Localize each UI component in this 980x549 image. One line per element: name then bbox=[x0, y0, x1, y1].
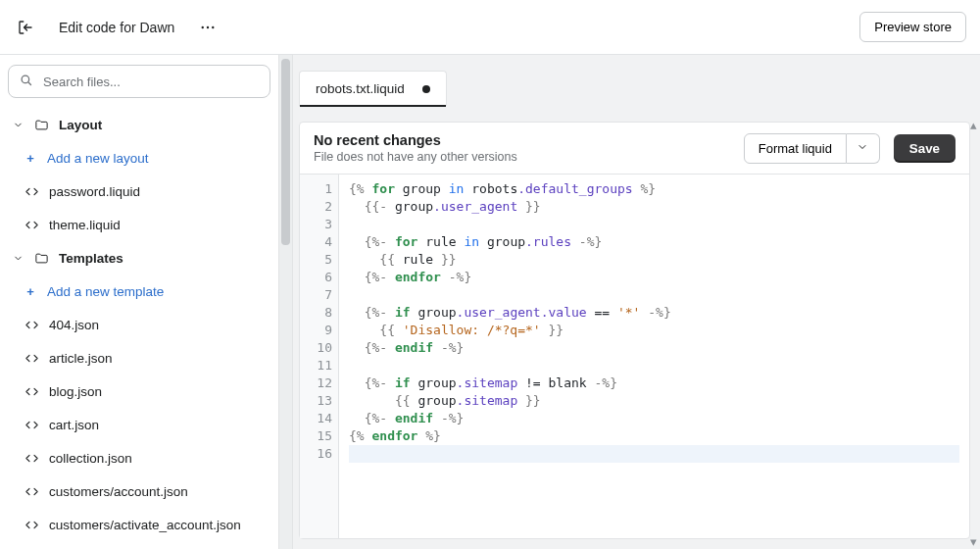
chevron-down-icon bbox=[12, 252, 24, 264]
line-number: 15 bbox=[300, 427, 332, 445]
add-layout-row[interactable]: +Add a new layout bbox=[0, 141, 278, 175]
section-header-templates[interactable]: Templates bbox=[0, 241, 278, 274]
file-item[interactable]: password.liquid bbox=[0, 175, 278, 208]
file-label: 404.json bbox=[49, 318, 99, 332]
plus-icon: + bbox=[24, 151, 37, 165]
code-line: {%- endfor -%} bbox=[349, 269, 959, 286]
file-label: blog.json bbox=[49, 384, 102, 399]
chevron-down-icon bbox=[12, 119, 24, 130]
file-item[interactable]: cart.json bbox=[0, 408, 278, 441]
format-button[interactable]: Format liquid bbox=[744, 133, 847, 164]
code-line: {% for group in robots.default_groups %} bbox=[349, 180, 959, 198]
editor-area: robots.txt.liquid No recent changes File… bbox=[279, 55, 980, 549]
code-file-icon bbox=[24, 417, 39, 432]
line-number: 14 bbox=[300, 410, 332, 427]
file-label: customers/account.json bbox=[49, 484, 188, 499]
folder-icon bbox=[33, 117, 49, 132]
code-file-icon bbox=[24, 217, 39, 232]
line-number: 5 bbox=[300, 251, 332, 269]
file-tree: Layout+Add a new layoutpassword.liquidth… bbox=[0, 108, 278, 549]
code-line: {{ group.sitemap }} bbox=[349, 392, 959, 410]
page-title: Edit code for Dawn bbox=[59, 20, 174, 35]
svg-point-2 bbox=[212, 25, 214, 27]
add-label: Add a new template bbox=[47, 284, 164, 299]
file-item[interactable]: 404.json bbox=[0, 308, 278, 341]
line-number: 4 bbox=[300, 233, 332, 251]
add-label: Add a new layout bbox=[47, 151, 149, 166]
file-label: theme.liquid bbox=[49, 218, 121, 232]
line-number: 12 bbox=[300, 374, 332, 392]
code-line: {%- if group.sitemap != blank -%} bbox=[349, 374, 959, 392]
file-item[interactable]: article.json bbox=[0, 341, 278, 374]
code-line bbox=[349, 216, 959, 233]
format-dropdown-button[interactable] bbox=[847, 133, 880, 164]
code-line: {{- group.user_agent }} bbox=[349, 198, 959, 216]
file-item[interactable]: collection.json bbox=[0, 441, 278, 474]
line-number: 1 bbox=[300, 180, 332, 198]
code-line: {%- if group.user_agent.value == '*' -%} bbox=[349, 304, 959, 322]
line-number: 8 bbox=[300, 304, 332, 322]
file-item[interactable]: customers/account.json bbox=[0, 474, 278, 508]
code-file-icon bbox=[24, 517, 39, 532]
line-number: 7 bbox=[300, 286, 332, 304]
search-input[interactable] bbox=[41, 74, 260, 90]
code-line: {{ 'Disallow: /*?q=*' }} bbox=[349, 322, 959, 339]
line-gutter: 12345678910111213141516 bbox=[300, 175, 339, 538]
scroll-down-icon: ▾ bbox=[970, 534, 977, 549]
file-label: article.json bbox=[49, 351, 113, 366]
code-file-icon bbox=[24, 383, 39, 399]
code-line: {%- endif -%} bbox=[349, 410, 959, 427]
search-input-wrap[interactable] bbox=[8, 65, 270, 98]
chevron-down-icon bbox=[857, 141, 868, 156]
code-line: {% endfor %} bbox=[349, 427, 959, 445]
editor-status-row: No recent changes File does not have any… bbox=[300, 123, 969, 175]
code-line: {%- endif -%} bbox=[349, 339, 959, 357]
editor-tabs: robots.txt.liquid bbox=[299, 71, 970, 106]
folder-icon bbox=[33, 250, 49, 266]
line-number: 13 bbox=[300, 392, 332, 410]
preview-button[interactable]: Preview store bbox=[859, 12, 966, 42]
svg-point-0 bbox=[202, 25, 204, 27]
code-editor[interactable]: 12345678910111213141516 {% for group in … bbox=[300, 175, 969, 538]
file-item[interactable]: theme.liquid bbox=[0, 208, 278, 241]
code-file-icon bbox=[24, 317, 39, 332]
section-label: Layout bbox=[59, 118, 102, 132]
code-line bbox=[349, 357, 959, 374]
code-file-icon bbox=[24, 483, 39, 499]
code-line: {{ rule }} bbox=[349, 251, 959, 269]
file-label: customers/activate_account.json bbox=[49, 518, 241, 532]
code-file-icon bbox=[24, 450, 39, 466]
tab-robots[interactable]: robots.txt.liquid bbox=[299, 71, 447, 106]
file-item[interactable]: customers/activate_account.json bbox=[0, 508, 278, 541]
file-item[interactable]: blog.json bbox=[0, 374, 278, 408]
section-header-layout[interactable]: Layout bbox=[0, 108, 278, 141]
sidebar-scrollbar[interactable] bbox=[279, 55, 293, 549]
dirty-indicator-icon bbox=[422, 85, 430, 93]
line-number: 10 bbox=[300, 339, 332, 357]
line-number: 3 bbox=[300, 216, 332, 233]
svg-point-1 bbox=[207, 25, 209, 27]
more-icon[interactable] bbox=[196, 16, 220, 39]
scroll-up-icon: ▴ bbox=[970, 118, 977, 132]
format-split-button: Format liquid bbox=[744, 133, 880, 164]
line-number: 16 bbox=[300, 445, 332, 463]
status-title: No recent changes bbox=[314, 132, 517, 148]
file-label: password.liquid bbox=[49, 184, 140, 199]
back-icon[interactable] bbox=[14, 16, 37, 39]
line-number: 6 bbox=[300, 269, 332, 286]
save-button[interactable]: Save bbox=[894, 134, 956, 163]
scrollbar-thumb[interactable] bbox=[281, 59, 290, 245]
file-label: collection.json bbox=[49, 451, 132, 466]
code-file-icon bbox=[24, 350, 39, 366]
code-line: {%- for rule in group.rules -%} bbox=[349, 233, 959, 251]
code-content[interactable]: {% for group in robots.default_groups %}… bbox=[339, 175, 969, 538]
file-sidebar: Layout+Add a new layoutpassword.liquidth… bbox=[0, 55, 279, 549]
plus-icon: + bbox=[24, 284, 37, 298]
code-file-icon bbox=[24, 183, 39, 199]
code-line bbox=[349, 286, 959, 304]
svg-point-3 bbox=[22, 75, 29, 83]
file-label: cart.json bbox=[49, 418, 99, 432]
line-number: 2 bbox=[300, 198, 332, 216]
add-templates-row[interactable]: +Add a new template bbox=[0, 274, 278, 308]
line-number: 9 bbox=[300, 322, 332, 339]
